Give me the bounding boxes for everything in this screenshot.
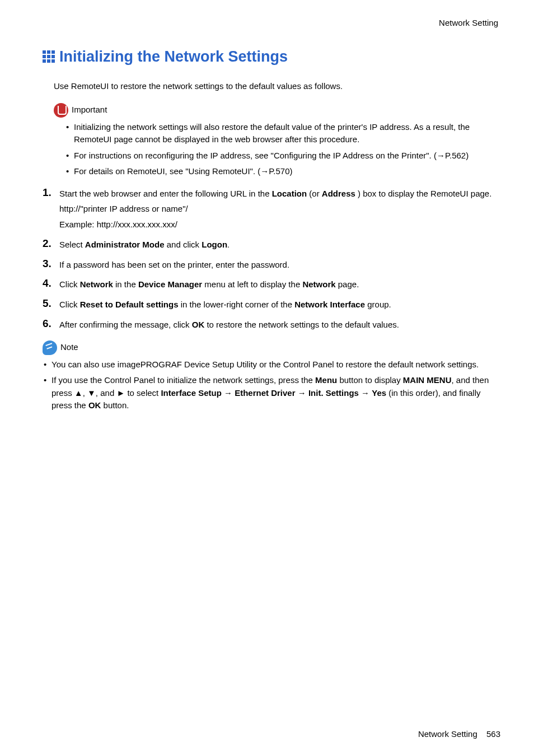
text: button to display — [337, 375, 403, 385]
text: → — [296, 388, 308, 398]
bold: Device Manager — [138, 279, 202, 289]
step-number: 3. — [43, 256, 51, 272]
step-3: 3. If a password has been set on the pri… — [43, 257, 500, 273]
bold: Interface Setup — [161, 388, 221, 398]
step-body: Click Network in the Device Manager menu… — [59, 279, 359, 289]
intro-text: Use RemoteUI to restore the network sett… — [54, 80, 500, 93]
bold: Init. Settings — [308, 388, 359, 398]
step-subline: http://"printer IP address or name"/ — [59, 201, 500, 217]
bold: OK — [192, 320, 205, 329]
text: button. — [101, 400, 129, 410]
grid-icon — [43, 50, 55, 63]
note-item: If you use the Control Panel to initiali… — [44, 374, 500, 412]
text: If you use the Control Panel to initiali… — [51, 375, 315, 385]
step-6: 6. After confirming the message, click O… — [43, 317, 500, 333]
important-list: Initializing the network settings will a… — [66, 121, 500, 178]
text: to restore the network settings to the d… — [204, 320, 399, 329]
footer-page-number: 563 — [486, 729, 500, 739]
bold: Location — [272, 189, 307, 198]
text: → — [222, 388, 235, 398]
step-4: 4. Click Network in the Device Manager m… — [43, 277, 500, 292]
text: and click — [165, 240, 202, 249]
text: page. — [336, 279, 359, 289]
step-body: If a password has been set on the printe… — [59, 260, 289, 269]
bold: Network — [80, 279, 113, 289]
important-icon — [54, 103, 68, 118]
important-item: For details on RemoteUI, see "Using Remo… — [66, 165, 500, 178]
bold: Menu — [315, 375, 337, 385]
bold: Network — [302, 279, 335, 289]
note-callout: Note You can also use imagePROGRAF Devic… — [43, 340, 500, 412]
step-2: 2. Select Administrator Mode and click L… — [43, 237, 500, 253]
note-label: Note — [60, 341, 78, 354]
text: Select — [59, 240, 85, 249]
note-icon — [43, 340, 57, 355]
note-list: You can also use imagePROGRAF Device Set… — [44, 358, 500, 412]
important-label: Important — [72, 104, 107, 116]
text: . — [227, 240, 229, 249]
text: group. — [365, 300, 391, 309]
text: in the — [113, 279, 138, 289]
important-item: For instructions on reconfiguring the IP… — [66, 150, 500, 162]
header-section: Network Setting — [43, 17, 500, 30]
text: Click — [59, 279, 80, 289]
bold: Address — [322, 189, 355, 198]
text: menu at left to display the — [202, 279, 302, 289]
bold: Network Interface — [294, 300, 365, 309]
bold: Reset to Default settings — [80, 300, 179, 309]
page-title: Initializing the Network Settings — [59, 45, 288, 68]
note-heading: Note — [43, 340, 500, 355]
bold: Ethernet Driver — [235, 388, 295, 398]
footer: Network Setting 563 — [418, 728, 500, 741]
step-body: Click Reset to Default settings in the l… — [59, 300, 391, 309]
step-number: 6. — [43, 316, 51, 332]
step-body: Start the web browser and enter the foll… — [59, 189, 500, 232]
step-body: After confirming the message, click OK t… — [59, 320, 399, 329]
important-item: Initializing the network settings will a… — [66, 121, 500, 146]
step-body: Select Administrator Mode and click Logo… — [59, 240, 229, 249]
step-number: 2. — [43, 236, 51, 252]
bold: OK — [88, 400, 101, 410]
step-5: 5. Click Reset to Default settings in th… — [43, 297, 500, 312]
steps-list: 1. Start the web browser and enter the f… — [43, 186, 500, 333]
text: Start the web browser and enter the foll… — [59, 189, 272, 198]
text: in the lower-right corner of the — [179, 300, 295, 309]
important-callout: Important Initializing the network setti… — [54, 103, 500, 178]
bold: MAIN MENU — [403, 375, 452, 385]
text: → — [359, 388, 372, 398]
step-number: 4. — [43, 276, 51, 292]
text: ) box to display the RemoteUI page. — [355, 189, 491, 198]
bold: Yes — [372, 388, 386, 398]
text: Click — [59, 300, 80, 309]
text: After confirming the message, click — [59, 320, 192, 329]
step-number: 1. — [43, 185, 51, 201]
title-row: Initializing the Network Settings — [43, 45, 500, 68]
note-item: You can also use imagePROGRAF Device Set… — [44, 358, 500, 371]
text: (or — [307, 189, 322, 198]
step-1: 1. Start the web browser and enter the f… — [43, 186, 500, 232]
step-subline: Example: http://xxx.xxx.xxx.xxx/ — [59, 217, 500, 232]
important-heading: Important — [54, 103, 500, 118]
bold: Logon — [202, 240, 227, 249]
bold: Administrator Mode — [85, 240, 165, 249]
step-number: 5. — [43, 296, 51, 312]
footer-section: Network Setting — [418, 729, 477, 739]
